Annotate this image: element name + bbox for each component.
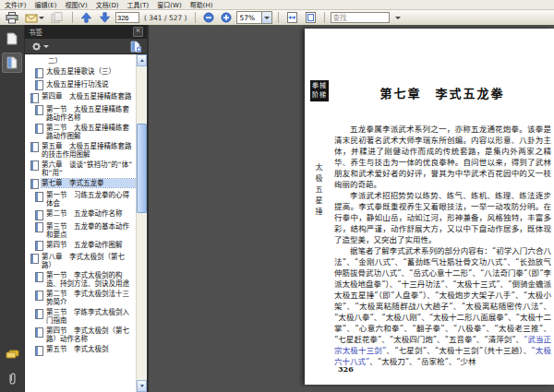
- chevron-down-icon: [43, 45, 49, 48]
- menu-item[interactable]: 文档(D): [96, 0, 119, 9]
- bookmark-page-icon: [35, 309, 43, 319]
- pages-panel-button[interactable]: [2, 29, 22, 49]
- bookmarks-panel-title: 书签: [29, 27, 133, 37]
- find-input[interactable]: [331, 12, 390, 23]
- bookmark-item[interactable]: 第二节 李式太极剑法十三势简介: [25, 289, 137, 307]
- bookmarks-icon: [6, 56, 18, 69]
- bookmark-item[interactable]: 二）: [25, 56, 137, 66]
- bookmark-label: 第二节 五龙拳动作名称: [46, 209, 135, 218]
- paragraph-2: 李派武术招招势势以练势、练气、练机、练理、练法逐步提高。李式拳既重视养生又着眼技…: [334, 190, 551, 245]
- seal-line-2: 阶梯: [310, 90, 329, 100]
- chapter-title: 第七章 李式五龙拳: [334, 84, 550, 101]
- bookmark-item[interactable]: 第一节 习练五龙拳的心得体会: [25, 190, 137, 208]
- chevron-down-icon: [395, 17, 401, 19]
- toolbar-separator: [324, 12, 325, 23]
- bookmark-page-icon: [35, 222, 43, 232]
- bookmark-item[interactable]: 第一节 太极五星捶精练套路动作名称: [25, 104, 137, 123]
- bookmark-item[interactable]: 第一节 李式太极剑的构造、持剑方法、剑诀及用途: [25, 270, 137, 289]
- menu-item[interactable]: 视图(V): [65, 0, 87, 9]
- paperclip-icon: [6, 372, 18, 386]
- menu-item[interactable]: 文件(F): [5, 0, 27, 9]
- bookmark-item[interactable]: 第四章 太极五星捶精练套路: [25, 91, 137, 104]
- arrow-down-icon: [99, 12, 111, 23]
- triangle-up-icon: [140, 59, 144, 62]
- menu-item[interactable]: 帮助(H): [190, 0, 213, 9]
- next-page-button[interactable]: [97, 10, 113, 25]
- arrow-up-icon: [80, 12, 92, 23]
- expand-current-bookmark-button[interactable]: [128, 40, 143, 53]
- bookmark-item[interactable]: 太极五星捶行功浅说: [25, 79, 137, 92]
- menu-item[interactable]: 编辑(E): [35, 0, 57, 9]
- bookmarks-tree: 二）太极五星捶歌诀（三）太极五星捶行功浅说第四章 太极五星捶精练套路第一节 太极…: [25, 54, 147, 392]
- zoom-out-button[interactable]: [201, 10, 216, 25]
- fit-page-button[interactable]: [303, 10, 319, 25]
- scroll-down-button[interactable]: [137, 380, 147, 392]
- bookmark-label: 第二节 太极五星捶精练套路动作图解: [46, 124, 135, 140]
- attachments-panel-button[interactable]: [2, 368, 22, 388]
- bookmarks-list[interactable]: 二）太极五星捶歌诀（三）太极五星捶行功浅说第四章 太极五星捶精练套路第一节 太极…: [25, 54, 137, 392]
- bookmark-page-icon: [35, 80, 43, 90]
- navigation-pane-strip: [0, 25, 25, 392]
- bookmark-item[interactable]: 第六章 谈谈“铁裆功”的“体”和“用”: [25, 160, 137, 178]
- zoom-out-icon: [203, 12, 214, 23]
- zoom-level-value: 57%: [237, 14, 261, 22]
- fit-page-icon: [305, 12, 317, 23]
- zoom-in-button[interactable]: [219, 10, 234, 25]
- bookmark-item[interactable]: 第七章 李式五龙拳: [25, 178, 137, 191]
- bookmark-item[interactable]: 太极五星捶歌诀（三）: [25, 66, 137, 79]
- bookmark-item[interactable]: 第三节 学练李式太极剑入门指南: [25, 307, 137, 326]
- scrollbar-thumb[interactable]: [137, 124, 147, 213]
- zoom-in-icon: [221, 12, 232, 23]
- bookmark-page-icon: [30, 142, 39, 152]
- bookmark-label: 第三节 学练李式太极剑入门指南: [46, 308, 135, 325]
- bookmark-page-icon: [35, 192, 43, 202]
- page-number-input[interactable]: [115, 12, 139, 23]
- toolbar: ( 341 / 527 ) 57%: [0, 10, 554, 26]
- gear-icon: [30, 41, 42, 53]
- bookmark-item[interactable]: 第四节 五龙拳动作图解: [25, 240, 137, 253]
- bookmark-page-icon: [30, 179, 39, 189]
- bookmark-label: 第一节 李式太极剑的构造、持剑方法、剑诀及用途: [46, 271, 135, 288]
- bookmark-page-plus-icon: [130, 41, 141, 53]
- bookmark-item[interactable]: 第五节 李式太极剑: [25, 344, 137, 357]
- bookmarks-panel-button[interactable]: [2, 53, 22, 73]
- save-copy-button-disabled[interactable]: [49, 10, 66, 25]
- toolbar-separator: [72, 12, 73, 23]
- email-button[interactable]: [23, 10, 46, 25]
- bookmark-item[interactable]: 第二节 五龙拳动作名称: [25, 208, 137, 221]
- bookmarks-options-button[interactable]: [29, 40, 51, 53]
- bookmark-label: 第六章 谈谈“铁裆功”的“体”和“用”: [42, 160, 135, 177]
- bookmarks-options-bar: [25, 39, 147, 54]
- bookmark-page-icon: [35, 210, 43, 220]
- zoom-dropdown-button[interactable]: [261, 12, 271, 23]
- menu-item[interactable]: 窗口(W): [157, 0, 181, 9]
- bookmark-item[interactable]: 第五章 太极五星捶精练套路的技击作用图解: [25, 141, 137, 160]
- document-page[interactable]: 拳械 阶梯 太极五星捶 第七章 李式五龙拳 五龙拳属李派武术系列之一，亦称五龙通…: [305, 29, 554, 385]
- fit-width-button[interactable]: [284, 10, 300, 25]
- email-icon: [25, 13, 38, 23]
- bookmark-page-icon: [35, 105, 43, 115]
- menu-item[interactable]: 工具(T): [127, 0, 150, 9]
- bookmark-item[interactable]: 第三节 五龙拳的基本动作和要点: [25, 221, 137, 240]
- bookmark-page-icon: [35, 241, 43, 251]
- print-button[interactable]: [4, 10, 20, 25]
- bookmark-item[interactable]: 第八章 李式太极剑（第七路）: [25, 252, 137, 270]
- comments-panel-button[interactable]: [2, 344, 22, 364]
- bookmark-label: 第二节 李式太极剑法十三势简介: [46, 290, 135, 306]
- scroll-up-button[interactable]: [137, 54, 147, 66]
- toolbar-separator: [195, 12, 196, 23]
- find-options-button[interactable]: [392, 10, 403, 25]
- bookmark-item[interactable]: 第四节 李式太极剑（第七路）动作名称: [25, 326, 137, 344]
- paragraph-3-text: 、“七星剑”、“太极十三剑”（共十三趟）、: [386, 346, 531, 355]
- bookmark-label: 第七章 李式五龙拳: [42, 179, 135, 187]
- close-panel-button[interactable]: ×: [133, 27, 143, 37]
- bookmarks-scrollbar[interactable]: [136, 54, 147, 392]
- bookmark-label: 第五章 太极五星捶精练套路的技击作用图解: [42, 142, 135, 159]
- bookmark-label: 第四节 五龙拳动作图解: [46, 241, 135, 249]
- bookmark-item[interactable]: 第二节 太极五星捶精练套路动作图解: [25, 123, 137, 141]
- bookmark-page-icon: [30, 93, 39, 103]
- previous-page-button[interactable]: [78, 10, 94, 25]
- document-area[interactable]: 拳械 阶梯 太极五星捶 第七章 李式五龙拳 五龙拳属李派武术系列之一，亦称五龙通…: [149, 25, 554, 392]
- paragraph-3-text: 据笔者了解李式武术系列的部分内容有：“初学入门六合八法”、“金刚八式”、“蓄劲练…: [334, 246, 551, 344]
- zoom-level-combo[interactable]: 57%: [236, 11, 272, 24]
